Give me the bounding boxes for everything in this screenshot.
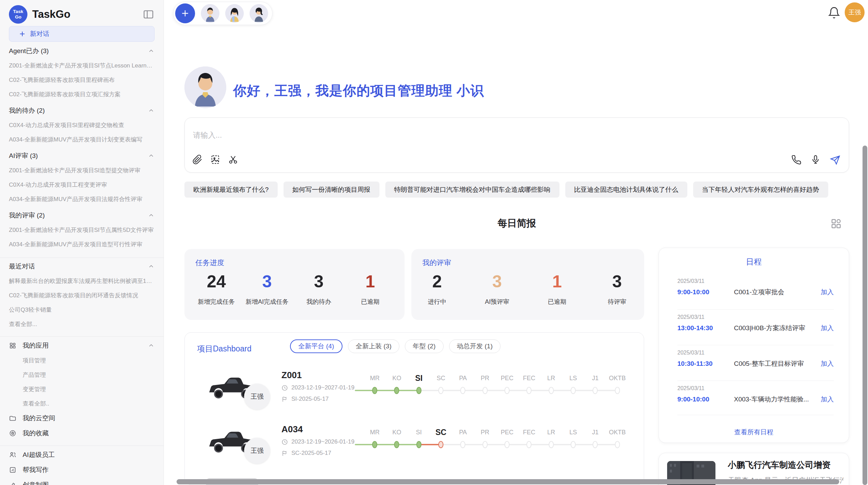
- milestone-dot[interactable]: [416, 387, 421, 394]
- project-code[interactable]: Z001: [281, 370, 302, 381]
- nav-ai-super-staff[interactable]: AI超级员工: [9, 447, 155, 462]
- milestone-dot[interactable]: [593, 441, 598, 448]
- collapse-sidebar-icon[interactable]: [142, 8, 155, 21]
- milestone-dot[interactable]: [615, 387, 620, 394]
- recent-chat-item[interactable]: 解释最新出台的欧盟报废车法规再生塑料比例被调至15%...: [9, 274, 155, 288]
- join-meeting-link[interactable]: 加入: [821, 288, 834, 297]
- avatar[interactable]: [201, 4, 219, 23]
- milestone-dot[interactable]: [548, 441, 554, 448]
- stat-label: 待评审: [591, 298, 643, 306]
- milestone-dot[interactable]: [505, 387, 510, 394]
- microphone-icon[interactable]: [810, 154, 821, 165]
- milestone-dot[interactable]: [571, 387, 576, 394]
- join-meeting-link[interactable]: 加入: [821, 395, 834, 404]
- project-code[interactable]: A034: [281, 424, 303, 435]
- milestone-dot[interactable]: [548, 387, 554, 394]
- scissors-icon[interactable]: [228, 154, 238, 165]
- app-item-project-mgmt[interactable]: 项目管理: [9, 353, 155, 368]
- section-agent-done[interactable]: Agent已办 (3): [9, 44, 155, 58]
- milestone-dot[interactable]: [416, 441, 421, 448]
- milestone-dot[interactable]: [394, 387, 399, 394]
- milestone-dot[interactable]: [372, 441, 377, 448]
- task-item[interactable]: C02-飞腾新能源轻客改款项目立项汇报方案: [9, 87, 155, 101]
- attachment-icon[interactable]: [192, 154, 203, 165]
- milestone-dot-overdue[interactable]: [438, 441, 444, 448]
- section-my-todo[interactable]: 我的待办 (2): [9, 103, 155, 118]
- avatar[interactable]: [250, 4, 268, 23]
- user-avatar[interactable]: 王强: [845, 2, 865, 22]
- app-item-change-mgmt[interactable]: 变更管理: [9, 382, 155, 396]
- nav-help-me-write[interactable]: 帮我写作: [9, 462, 155, 477]
- suggestion-chip[interactable]: 欧洲新规最近颁布了什么?: [184, 182, 278, 198]
- milestone-dot[interactable]: [482, 441, 487, 448]
- nav-my-favorites[interactable]: 我的收藏: [9, 426, 155, 441]
- milestone-dot[interactable]: [438, 387, 444, 394]
- recent-chat-item[interactable]: C02-飞腾新能源轻客改款项目的闭环通告反馈情况: [9, 288, 155, 302]
- milestone-dot[interactable]: [460, 441, 466, 448]
- task-item[interactable]: A034-全新新能源MUV产品开发项目计划变更表编写: [9, 132, 155, 147]
- suggestion-chip[interactable]: 如何写一份清晰的项目周报: [284, 182, 379, 198]
- filter-chip[interactable]: 全新平台 (4): [290, 339, 342, 353]
- conversation-pill: [173, 2, 273, 25]
- milestone-dot[interactable]: [482, 387, 487, 394]
- milestone-label: PR: [474, 425, 496, 439]
- vertical-scrollbar[interactable]: [863, 146, 867, 485]
- milestone-dot[interactable]: [593, 387, 598, 394]
- nav-my-apps[interactable]: 我的应用: [9, 338, 155, 353]
- milestone-dot[interactable]: [372, 387, 377, 394]
- add-conversation-button[interactable]: [175, 3, 195, 23]
- schedule-item: 2025/03/11 13:00-14:30 C003|H0B-方案冻结评审 加…: [677, 314, 834, 344]
- project-dates: 2023-12-19~2027-01-19: [281, 384, 354, 391]
- task-item[interactable]: Z001-全新燃油轻卡产品开发项目SI节点属性5D文件评审: [9, 223, 155, 237]
- task-item[interactable]: Z001-全新燃油皮卡产品开发项目SI节点Lesson Learn报告: [9, 58, 155, 73]
- milestone-dot[interactable]: [615, 441, 620, 448]
- filter-chip[interactable]: 年型 (2): [405, 339, 444, 353]
- chevron-up-icon: [148, 152, 155, 159]
- milestone-line-done: [355, 444, 419, 445]
- milestone-dot[interactable]: [527, 387, 532, 394]
- send-icon[interactable]: [830, 154, 840, 165]
- recent-chat-item[interactable]: 公司Q3轻卡销量: [9, 302, 155, 317]
- image-icon[interactable]: [210, 154, 220, 165]
- task-item[interactable]: A034-全新新能源MUV产品开发项目造型可行性评审: [9, 237, 155, 251]
- milestone-dot[interactable]: [527, 441, 532, 448]
- milestone-dot[interactable]: [571, 441, 576, 448]
- notification-bell-icon[interactable]: [828, 6, 841, 19]
- schedule-name: X003-车辆动力学性能验...: [734, 395, 815, 404]
- milestone-label: PEC: [496, 425, 518, 439]
- view-all-chats-link[interactable]: 查看全部...: [9, 317, 155, 331]
- milestone-dot[interactable]: [460, 387, 466, 394]
- phone-call-icon[interactable]: [791, 154, 801, 165]
- suggestion-chip[interactable]: 特朗普可能对进口汽车增税会对中国车企造成哪些影响: [385, 182, 559, 198]
- new-chat-button[interactable]: 新对话: [9, 26, 155, 42]
- task-item[interactable]: C0X4-动力总成开发项目SI里程碑提交物检查: [9, 118, 155, 132]
- filter-chip[interactable]: 全新上装 (3): [348, 339, 400, 353]
- divider: [677, 381, 834, 381]
- join-meeting-link[interactable]: 加入: [821, 359, 834, 368]
- view-all-schedule-link[interactable]: 查看所有日程: [659, 428, 849, 437]
- milestone-dot[interactable]: [505, 441, 510, 448]
- join-meeting-link[interactable]: 加入: [821, 324, 834, 333]
- sidebar: Task Go TaskGo 新对话 Agent已办 (3) Z001-全新燃油…: [0, 0, 164, 485]
- app-item-product-mgmt[interactable]: 产品管理: [9, 368, 155, 382]
- chat-input[interactable]: [193, 131, 673, 140]
- task-item[interactable]: Z001-全新燃油轻卡产品开发项目SI造型提交物评审: [9, 163, 155, 177]
- avatar[interactable]: [225, 4, 244, 23]
- horizontal-scrollbar[interactable]: [177, 479, 839, 484]
- suggestion-chip[interactable]: 比亚迪全固态电池计划具体说了什么: [565, 182, 687, 198]
- filter-chip[interactable]: 动总开发 (1): [449, 339, 501, 353]
- news-title: 小鹏飞行汽车制造公司增资: [728, 459, 842, 471]
- write-box-icon: [9, 466, 17, 474]
- section-ai-review[interactable]: AI评审 (3): [9, 149, 155, 163]
- task-item[interactable]: C02-飞腾新能源轻客改款项目里程碑画布: [9, 73, 155, 87]
- section-recent-chats[interactable]: 最近对话: [9, 259, 155, 274]
- task-item[interactable]: C0X4-动力总成开发项目工程变更评审: [9, 177, 155, 192]
- nav-creative-drawing[interactable]: 创意制图: [9, 477, 155, 485]
- section-my-review[interactable]: 我的评审 (2): [9, 208, 155, 223]
- layout-grid-icon[interactable]: [830, 217, 842, 230]
- suggestion-chip[interactable]: 当下年轻人对汽车外观有怎样的喜好趋势: [693, 182, 828, 198]
- view-all-apps-link[interactable]: 查看全部..: [9, 396, 155, 411]
- nav-my-cloud[interactable]: 我的云空间: [9, 411, 155, 426]
- task-item[interactable]: A034-全新新能源MUV产品开发项目法规符合性评审: [9, 192, 155, 206]
- milestone-dot[interactable]: [394, 441, 399, 448]
